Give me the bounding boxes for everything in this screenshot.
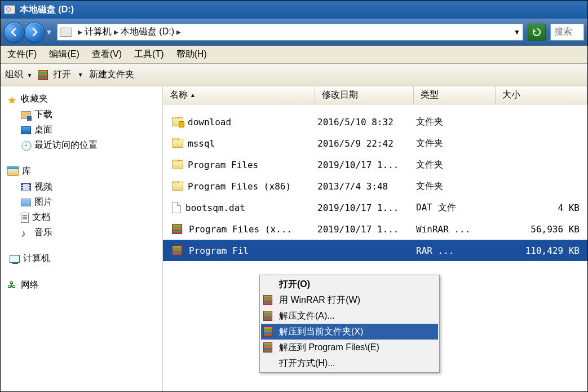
menu-file[interactable]: 文件(F) — [5, 47, 39, 61]
file-size: 110,429 KB — [498, 245, 587, 256]
file-name: bootsqm.dat — [185, 202, 245, 213]
column-size[interactable]: 大小 — [496, 86, 587, 104]
breadcrumb-drive[interactable]: 本地磁盘 (D:) — [121, 26, 174, 38]
search-input[interactable]: 搜索 — [550, 24, 584, 41]
menu-view[interactable]: 查看(V) — [90, 47, 124, 61]
sort-asc-icon: ▲ — [190, 92, 196, 98]
drive-icon — [60, 28, 72, 37]
winrar-icon — [263, 311, 275, 321]
open-button[interactable]: 打开 — [38, 69, 70, 81]
file-date: 2019/10/17 1... — [317, 160, 416, 170]
documents-icon — [21, 213, 29, 223]
sidebar-favorites[interactable]: ★ 收藏夹 — [1, 91, 162, 107]
ctx-open-winrar[interactable]: 用 WinRAR 打开(W) — [261, 292, 438, 308]
music-icon: ♪ — [21, 228, 31, 238]
titlebar: 本地磁盘 (D:) — [1, 1, 587, 19]
file-type: 文件夹 — [416, 159, 498, 171]
column-headers: 名称 ▲ 修改日期 类型 大小 — [163, 86, 587, 104]
file-name: download — [188, 117, 231, 127]
computer-icon — [10, 255, 20, 263]
star-icon: ★ — [7, 94, 17, 104]
recent-icon: 🕘 — [21, 140, 31, 151]
file-name: Program Fil — [189, 245, 249, 256]
sidebar: ★ 收藏夹 下载 桌面 🕘 最近访问的位置 — [1, 86, 163, 391]
file-type: 文件夹 — [416, 138, 498, 149]
network-icon: 🖧 — [7, 280, 17, 290]
breadcrumb-sep-icon: ▸ — [76, 27, 85, 37]
sidebar-item-music[interactable]: ♪ 音乐 — [1, 225, 162, 240]
context-menu: 打开(O) 用 WinRAR 打开(W) 解压文件(A)... 解压到当前文件夹… — [259, 275, 440, 373]
desktop-icon — [21, 126, 31, 134]
winrar-icon — [263, 295, 275, 305]
file-row[interactable]: Program Files (x86)2013/7/4 3:48文件夹 — [163, 175, 587, 197]
new-folder-button[interactable]: 新建文件夹 — [89, 69, 134, 81]
file-name: Program Files (x... — [189, 224, 292, 235]
file-type: 文件夹 — [416, 116, 498, 128]
navbar: ▼ ▸ 计算机 ▸ 本地磁盘 (D:) ▸ ▼ 搜索 — [1, 19, 587, 46]
file-name: Program Files (x86) — [188, 181, 291, 192]
file-type: DAT 文件 — [416, 202, 498, 214]
sidebar-item-video[interactable]: 视频 — [1, 179, 162, 195]
ctx-extract-here[interactable]: 解压到当前文件夹(X) — [261, 324, 438, 340]
menu-tools[interactable]: 工具(T) — [132, 47, 166, 61]
file-row[interactable]: mssql2016/5/9 22:42文件夹 — [163, 133, 587, 154]
folder-icon — [172, 182, 183, 191]
downloads-icon — [21, 111, 31, 119]
file-type: 文件夹 — [416, 180, 498, 192]
libraries-icon — [7, 167, 19, 176]
ctx-extract-to[interactable]: 解压到 Program Files\(E) — [261, 340, 438, 355]
file-row[interactable]: download2016/5/10 8:32文件夹 — [163, 111, 587, 133]
sidebar-item-documents[interactable]: 文档 — [1, 210, 162, 225]
nav-back-button[interactable] — [4, 22, 24, 42]
sidebar-item-recent[interactable]: 🕘 最近访问的位置 — [1, 138, 162, 153]
file-row[interactable]: Program Files (x...2019/10/17 1...WinRAR… — [163, 218, 587, 240]
sidebar-item-downloads[interactable]: 下载 — [1, 107, 162, 122]
column-modified[interactable]: 修改日期 — [315, 86, 414, 104]
file-type: RAR ... — [416, 245, 498, 256]
ctx-open[interactable]: 打开(O) — [261, 276, 438, 292]
ctx-extract-files[interactable]: 解压文件(A)... — [261, 308, 438, 324]
sidebar-item-network[interactable]: 🖧 网络 — [1, 277, 162, 293]
file-name: mssql — [188, 138, 215, 149]
folder-icon — [172, 160, 183, 169]
window-title: 本地磁盘 (D:) — [20, 4, 74, 16]
column-type[interactable]: 类型 — [414, 86, 496, 104]
file-date: 2016/5/10 8:32 — [317, 117, 416, 127]
file-rows: download2016/5/10 8:32文件夹mssql2016/5/9 2… — [163, 104, 587, 261]
file-size: 56,936 KB — [498, 224, 587, 235]
nav-history-dropdown[interactable]: ▼ — [46, 28, 52, 36]
refresh-button[interactable] — [528, 24, 546, 41]
search-placeholder: 搜索 — [554, 26, 572, 38]
ctx-open-with[interactable]: 打开方式(H)... — [261, 355, 438, 371]
file-row[interactable]: Program FilRAR ...110,429 KB — [163, 240, 587, 261]
breadcrumb-computer[interactable]: 计算机 — [85, 26, 112, 38]
menubar: 文件(F) 编辑(E) 查看(V) 工具(T) 帮助(H) — [1, 46, 587, 64]
winrar-icon — [38, 70, 48, 80]
sidebar-libraries[interactable]: 库 — [1, 163, 162, 179]
address-bar[interactable]: ▸ 计算机 ▸ 本地磁盘 (D:) ▸ ▼ — [57, 24, 523, 41]
pictures-icon — [21, 199, 31, 206]
column-name[interactable]: 名称 ▲ — [163, 86, 315, 104]
winrar-icon — [263, 342, 275, 353]
organize-button[interactable]: 组织 ▼ — [5, 69, 32, 81]
address-dropdown-icon[interactable]: ▼ — [514, 28, 520, 36]
sidebar-item-desktop[interactable]: 桌面 — [1, 122, 162, 138]
file-icon — [172, 202, 181, 213]
drive-icon — [4, 5, 15, 14]
menu-help[interactable]: 帮助(H) — [174, 47, 209, 61]
breadcrumb-sep-icon: ▸ — [112, 27, 121, 37]
file-size: 4 KB — [498, 202, 587, 213]
file-date: 2019/10/17 1... — [317, 224, 416, 235]
chevron-down-icon: ▼ — [26, 72, 32, 78]
winrar-icon — [263, 327, 275, 337]
sidebar-item-computer[interactable]: 计算机 — [4, 250, 159, 267]
menu-edit[interactable]: 编辑(E) — [47, 47, 81, 61]
chevron-down-icon[interactable]: ▼ — [78, 72, 83, 78]
breadcrumb-sep-icon: ▸ — [174, 27, 183, 37]
file-row[interactable]: Program Files2019/10/17 1...文件夹 — [163, 154, 587, 175]
nav-forward-button[interactable] — [24, 22, 45, 42]
file-date: 2016/5/9 22:42 — [317, 138, 416, 149]
file-row[interactable]: bootsqm.dat2019/10/17 1...DAT 文件4 KB — [163, 197, 587, 218]
sidebar-item-pictures[interactable]: 图片 — [1, 195, 162, 210]
toolbar: 组织 ▼ 打开 ▼ 新建文件夹 — [1, 64, 587, 86]
